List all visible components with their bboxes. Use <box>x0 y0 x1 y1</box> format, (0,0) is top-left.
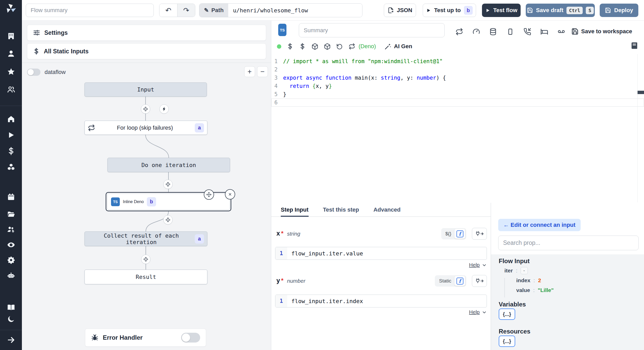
line-number: 1 <box>275 247 287 260</box>
redo-button[interactable]: ↷ <box>177 4 195 17</box>
save-draft-button[interactable]: Save draft Ctrl S <box>526 4 595 17</box>
move-step-handle[interactable] <box>204 189 214 200</box>
node-forloop[interactable]: For loop (skip failures) a <box>84 121 207 135</box>
code-editor[interactable]: 1// import * as wmill from "npm:windmill… <box>271 54 644 202</box>
database-icon[interactable] <box>489 28 497 36</box>
home-icon[interactable] <box>6 114 16 124</box>
smartphone-icon[interactable] <box>506 28 515 36</box>
moon-icon[interactable] <box>6 314 16 324</box>
editor-scrollbar-thumb[interactable] <box>638 91 644 94</box>
wand-sparkles-icon <box>385 43 391 50</box>
error-handler-toggle[interactable] <box>181 333 200 343</box>
add-step-button[interactable] <box>163 180 173 189</box>
code-line[interactable]: 6 <box>271 98 644 107</box>
undo-button[interactable]: ↶ <box>159 4 177 17</box>
field-x-help-link[interactable]: Help <box>469 262 487 268</box>
field-y-label: y*number <box>276 277 305 284</box>
gear-icon[interactable] <box>6 255 16 265</box>
code-line[interactable]: 3export async function main(x: string, y… <box>271 74 644 82</box>
tab-test-this-step[interactable]: Test this step <box>323 203 359 217</box>
dollar-icon[interactable] <box>6 146 16 156</box>
refresh-icon[interactable] <box>348 43 355 50</box>
field-x-expression[interactable]: 1 flow_input.iter.value <box>275 247 487 260</box>
node-do-one-iteration[interactable]: Do one iteration <box>107 158 230 172</box>
collapse-button[interactable]: - <box>521 267 528 274</box>
mode-expression-button[interactable]: f <box>454 229 465 239</box>
node-result-label: Result <box>85 274 207 280</box>
gauge-icon[interactable] <box>472 28 481 36</box>
path-label: Path <box>211 7 224 14</box>
flow-input-tree-row[interactable]: value:"Lille" <box>511 285 554 295</box>
json-button[interactable]: JSON <box>384 4 416 17</box>
code-line[interactable]: 4 return {x, y} <box>271 82 644 90</box>
field-y-connect-button[interactable] <box>472 275 487 287</box>
node-input[interactable]: Input <box>84 82 207 97</box>
mode-expression-button[interactable]: f <box>454 276 465 286</box>
boxes-icon[interactable] <box>6 162 16 172</box>
building-icon[interactable] <box>6 31 16 41</box>
flow-input-tree-row[interactable]: index:2 <box>511 276 554 285</box>
code-line[interactable]: 5} <box>271 90 644 98</box>
code-line[interactable]: 2 <box>271 65 644 74</box>
error-handler-card[interactable]: Error Handler <box>85 329 206 347</box>
step-badge: b <box>464 6 473 15</box>
resources-expand-button[interactable]: {...} <box>499 336 515 347</box>
mode-static-option[interactable]: Static <box>436 278 454 284</box>
windmill-logo-icon[interactable] <box>4 3 17 15</box>
book-open-icon[interactable] <box>6 303 16 312</box>
phone-incoming-icon[interactable] <box>523 28 532 36</box>
arrow-right-icon[interactable] <box>6 335 16 345</box>
robot-icon[interactable] <box>6 271 16 280</box>
add-step-button[interactable] <box>141 255 150 264</box>
tab-advanced[interactable]: Advanced <box>374 203 401 217</box>
search-prop-input[interactable] <box>498 236 639 250</box>
flow-summary-input[interactable] <box>26 4 154 17</box>
trigger-lightning-button[interactable] <box>159 104 169 114</box>
save-to-workspace-button[interactable]: Save to workspace <box>571 28 632 35</box>
variables-expand-button[interactable]: {...} <box>499 309 515 320</box>
users-gear-icon[interactable] <box>6 225 16 234</box>
test-up-to-button[interactable]: Test up to b <box>423 4 476 17</box>
repeat-icon[interactable] <box>455 28 464 36</box>
line-number: 1 <box>275 295 287 307</box>
test-flow-button[interactable]: Test flow <box>482 4 521 17</box>
field-x-connect-button[interactable] <box>472 228 487 240</box>
user-icon[interactable] <box>6 49 16 58</box>
package-icon[interactable] <box>324 43 331 50</box>
flow-input-tree-row[interactable]: iter:- <box>499 266 554 276</box>
path-input[interactable] <box>228 4 362 17</box>
folder-open-icon[interactable] <box>6 210 16 219</box>
book-icon[interactable] <box>631 42 638 49</box>
package-icon[interactable] <box>311 43 318 50</box>
calendar-icon[interactable] <box>6 192 16 202</box>
save-draft-label: Save draft <box>536 7 563 14</box>
add-step-button[interactable] <box>163 215 173 224</box>
undo-redo-group: ↶ ↷ <box>159 4 195 17</box>
mode-template-option[interactable]: ${} <box>442 231 454 237</box>
dollar-icon[interactable] <box>286 43 294 50</box>
voicemail-icon[interactable] <box>557 28 566 36</box>
ai-gen-button[interactable]: AI Gen <box>385 43 412 50</box>
save-icon <box>605 7 611 13</box>
deploy-button[interactable]: Deploy <box>600 4 638 17</box>
bed-icon[interactable] <box>540 28 549 36</box>
step-summary-input[interactable] <box>299 23 445 37</box>
field-y-expression[interactable]: 1 flow_input.iter.index <box>275 295 487 307</box>
add-step-button[interactable] <box>141 104 150 114</box>
play-icon[interactable] <box>6 130 16 140</box>
node-collect-result[interactable]: Collect result of each iteration a <box>84 231 207 246</box>
star-icon[interactable] <box>6 67 16 76</box>
tab-step-input[interactable]: Step Input <box>281 203 309 217</box>
function-icon: f <box>456 230 463 237</box>
node-inline-deno-selected[interactable]: TS Inline Deno b <box>106 192 231 211</box>
dollar-icon[interactable] <box>299 43 306 50</box>
rotate-ccw-icon[interactable] <box>336 43 343 50</box>
delete-step-button[interactable] <box>225 189 235 199</box>
users-icon[interactable] <box>6 85 16 94</box>
code-line[interactable]: 1// import * as wmill from "npm:windmill… <box>271 57 644 65</box>
edit-or-connect-button[interactable]: ← Edit or connect an input <box>498 219 581 231</box>
path-button[interactable]: ✎ Path <box>199 4 228 17</box>
field-y-help-link[interactable]: Help <box>469 309 487 315</box>
node-result[interactable]: Result <box>84 270 207 284</box>
eye-icon[interactable] <box>6 240 16 249</box>
